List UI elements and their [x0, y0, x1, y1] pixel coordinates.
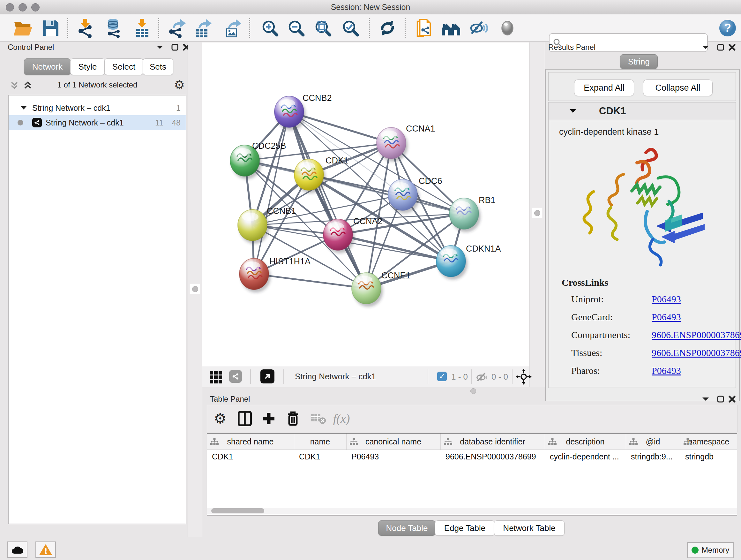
memory-status-dot	[691, 547, 698, 554]
tab-sets[interactable]: Sets	[143, 58, 173, 75]
tree-expander-icon[interactable]	[20, 105, 27, 111]
tab-select[interactable]: Select	[105, 58, 143, 75]
add-column-button[interactable]	[262, 412, 276, 426]
crosslink-link[interactable]: P06493	[652, 365, 681, 376]
zoom-in-button[interactable]	[259, 17, 280, 39]
results-panel-close-icon[interactable]	[728, 44, 736, 51]
column-header-id[interactable]: @id	[626, 434, 680, 449]
left-splitter-grip[interactable]	[190, 284, 200, 294]
network-node-RB1[interactable]: RB1	[449, 195, 495, 232]
control-panel-collapse-icon[interactable]	[156, 44, 164, 51]
refresh-view-button[interactable]	[377, 17, 398, 39]
zoom-out-button[interactable]	[285, 17, 307, 39]
column-header-name[interactable]: name	[294, 434, 347, 449]
table-panel-collapse-icon[interactable]	[701, 396, 710, 402]
crosslink-row-compartments: Compartments: 9606.ENSP00000378699	[571, 329, 630, 340]
shared-column-icon	[683, 438, 692, 446]
column-header-databaseidentifier[interactable]: database identifier	[441, 434, 545, 449]
network-node-CDK1[interactable]: CDK1	[294, 156, 348, 193]
network-node-CCNA1[interactable]: CCNA1	[377, 124, 435, 162]
crosslink-link[interactable]: 9606.ENSP00000378699	[652, 329, 741, 340]
fit-crosshair-icon[interactable]	[516, 369, 532, 385]
tab-node-table[interactable]: Node Table	[378, 520, 435, 536]
table-panel-float-icon[interactable]	[717, 395, 724, 403]
function-builder-button[interactable]: f(x)	[333, 413, 350, 425]
table-hscroll-thumb[interactable]	[211, 508, 264, 513]
export-table-icon	[192, 18, 212, 38]
birdseye-view-icon[interactable]	[260, 369, 274, 383]
glass-ball-button[interactable]	[497, 17, 518, 39]
zoom-fit-button[interactable]	[312, 17, 333, 39]
network-node-CCNB1[interactable]: CCNB1	[238, 206, 296, 244]
table-toolbar: ⚙f(x)	[207, 405, 738, 432]
import-table-button[interactable]	[131, 17, 152, 39]
toggle-column-button[interactable]	[238, 411, 252, 427]
column-header-sharedname[interactable]: shared name	[207, 434, 294, 449]
network-node-CDKN1A[interactable]: CDKN1A	[436, 244, 501, 280]
memory-button[interactable]: Memory	[687, 542, 734, 558]
string-import-button[interactable]	[414, 17, 434, 39]
delete-column-button[interactable]	[286, 411, 300, 427]
network-options-gear-icon[interactable]: ⚙	[174, 78, 185, 92]
protein-details: cyclin-dependent kinase 1	[550, 121, 734, 386]
column-header-namespace[interactable]: namespace	[680, 434, 737, 449]
export-table-button[interactable]	[192, 17, 213, 39]
column-header-description[interactable]: description	[545, 434, 626, 449]
table-panel-close-icon[interactable]	[728, 395, 736, 403]
table-settings-button[interactable]: ⚙	[214, 412, 226, 426]
control-panel-float-icon[interactable]	[171, 44, 179, 51]
crosslink-link[interactable]: 9606.ENSP00000378699	[652, 348, 741, 358]
selected-checkbox[interactable]: ✓	[437, 372, 447, 381]
network-row-label: String Network – cdk1	[46, 118, 124, 127]
network-node-CDC6[interactable]: CDC6	[388, 176, 442, 213]
network-collection-row[interactable]: String Network – cdk1 1	[9, 101, 186, 115]
network-row-selected[interactable]: String Network – cdk1 11 48	[9, 115, 186, 130]
collapse-all-tree-icon[interactable]	[10, 80, 19, 91]
open-session-button[interactable]	[12, 17, 33, 39]
network-node-HIST1H1A[interactable]: HIST1H1A	[239, 257, 311, 293]
grid-view-icon[interactable]	[210, 371, 222, 383]
crosslink-link[interactable]: P06493	[652, 294, 681, 304]
tab-edge-table[interactable]: Edge Table	[435, 520, 495, 536]
string-home-button[interactable]	[441, 17, 462, 39]
import-network-file-button[interactable]	[75, 17, 96, 39]
tab-network[interactable]: Network	[24, 58, 71, 75]
table-header: shared namenamecanonical namedatabase id…	[207, 434, 737, 450]
protein-header[interactable]: CDK1	[549, 103, 736, 120]
column-label: canonical name	[365, 437, 421, 446]
delete-table-button[interactable]	[310, 412, 327, 425]
crosslink-label: Pharos:	[571, 365, 600, 376]
right-splitter[interactable]	[529, 43, 545, 387]
warning-button[interactable]	[36, 542, 56, 558]
hide-unhide-button[interactable]	[468, 17, 489, 39]
protein-collapse-icon[interactable]	[569, 108, 577, 114]
export-image-button[interactable]	[221, 17, 243, 39]
share-view-icon[interactable]	[229, 370, 242, 383]
crosslink-link[interactable]: P06493	[652, 312, 681, 322]
export-network-button[interactable]	[166, 17, 187, 39]
network-node-CDC25B[interactable]: CDC25B	[230, 141, 286, 179]
toolbar-separator	[369, 18, 370, 38]
plus-icon	[262, 412, 276, 426]
tab-style[interactable]: Style	[70, 58, 105, 75]
zoom-selected-button[interactable]	[340, 17, 360, 39]
results-panel-collapse-icon[interactable]	[701, 44, 710, 51]
horizontal-splitter-grip[interactable]	[470, 388, 476, 394]
network-canvas[interactable]: CCNB2 CCNA1 CDC25B CDK1 CDC6 RB1 CCNB1	[202, 43, 529, 366]
table-row[interactable]: CDK1CDK1P064939606.ENSP00000378699cyclin…	[207, 449, 737, 463]
help-button[interactable]: ?	[717, 17, 738, 39]
tab-network-table[interactable]: Network Table	[494, 520, 564, 536]
save-session-button[interactable]	[40, 17, 61, 39]
left-splitter[interactable]	[188, 43, 202, 537]
cloud-button[interactable]	[7, 542, 27, 558]
import-network-database-button[interactable]	[103, 17, 124, 39]
folder-open-icon	[13, 19, 33, 37]
expand-all-button[interactable]: Expand All	[574, 79, 634, 96]
results-tab-string[interactable]: String	[620, 54, 658, 69]
expand-all-tree-icon[interactable]	[23, 80, 32, 91]
column-header-canonicalname[interactable]: canonical name	[346, 434, 441, 449]
network-node-CCNE1[interactable]: CCNE1	[352, 271, 411, 307]
collapse-all-button[interactable]: Collapse All	[643, 79, 713, 96]
results-panel-float-icon[interactable]	[717, 44, 724, 51]
right-splitter-grip[interactable]	[532, 208, 542, 218]
